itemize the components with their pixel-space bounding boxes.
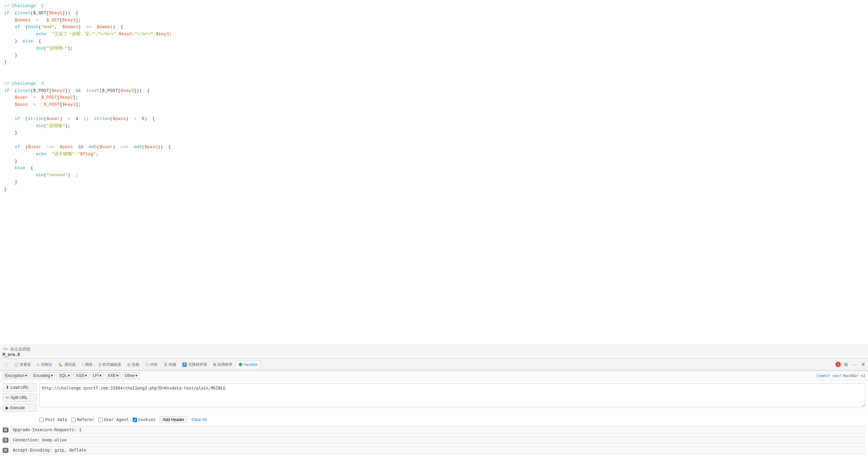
code-line: die("达咩哟~"); [4, 45, 864, 52]
lfi-dropdown[interactable]: LFI ▾ [91, 372, 104, 379]
header-badge-3: H [3, 448, 8, 453]
encoding-chevron-icon: ▾ [51, 373, 53, 378]
inspector-icon: ⬜ [14, 362, 18, 367]
user-agent-option[interactable]: User Agent [98, 417, 129, 422]
code-line: } [4, 179, 864, 186]
hackbar-version: HackBar v2 [843, 374, 865, 378]
load-url-button[interactable]: ⬆ Load URL [3, 383, 37, 392]
code-line: if (isset($_GET[$key1])) { [4, 10, 864, 17]
code-area: // Challenge 2 if (isset($_GET[$key1])) … [0, 0, 868, 345]
other-chevron-icon: ▾ [135, 373, 137, 378]
code-line: die("还得练"); [4, 123, 864, 130]
inspector-label: 查看器 [20, 362, 31, 367]
encryption-chevron-icon: ▾ [25, 373, 27, 378]
user-agent-checkbox[interactable] [98, 418, 103, 422]
post-data-checkbox[interactable] [39, 418, 44, 422]
hackbar-content: ⬆ Load URL ✂ Split URL ▶ Execute [0, 381, 868, 415]
devtools-tab-hackbar[interactable]: HackBar [236, 361, 261, 368]
post-data-label: Post data [45, 417, 67, 422]
devtools-tab-storage[interactable]: ☰ 存储 [161, 361, 179, 368]
hackbar-left-buttons: ⬆ Load URL ✂ Split URL ▶ Execute [3, 383, 37, 412]
devtools-tab-memory[interactable]: ⬡ 内存 [143, 361, 160, 368]
devtools-right: 1 ⧉ ··· ✕ [835, 361, 867, 368]
devtools-tab-accessibility[interactable]: ♿ 无障碍环境 [179, 361, 210, 368]
lfi-label: LFI [93, 373, 99, 378]
code-line: } [4, 158, 864, 165]
application-icon: ⊞ [213, 362, 216, 367]
devtools-dock-btn[interactable]: ⬚ [1, 361, 10, 368]
performance-icon: ◎ [127, 362, 131, 367]
status-line2: M_ore.8 [3, 352, 865, 357]
post-data-option[interactable]: Post data [39, 417, 67, 422]
devtools-tab-performance[interactable]: ◎ 性能 [124, 361, 142, 368]
headers-list: H H H [0, 424, 868, 459]
execute-button[interactable]: ▶ Execute [3, 404, 37, 412]
code-line: $pass = $_POST[$key3]; [4, 101, 864, 108]
style-icon: {} [99, 362, 101, 366]
header-row-2: H [3, 436, 865, 444]
sql-dropdown[interactable]: SQL ▾ [57, 372, 72, 379]
url-input[interactable] [39, 383, 865, 407]
execute-label: Execute [10, 405, 25, 410]
hackbar-label: HackBar [244, 362, 258, 366]
referer-option[interactable]: Referer [71, 417, 94, 422]
encryption-dropdown[interactable]: Encryption ▾ [3, 372, 30, 379]
referer-label: Referer [77, 417, 94, 422]
load-url-icon: ⬆ [6, 385, 9, 390]
devtools-tab-style[interactable]: {} 样式编辑器 [96, 361, 124, 368]
code-line: } [4, 52, 864, 59]
header-input-1[interactable] [10, 426, 865, 434]
referer-checkbox[interactable] [71, 418, 76, 422]
url-area [39, 383, 865, 412]
devtools-more-btn[interactable]: ··· [851, 361, 858, 368]
devtools-tab-debugger[interactable]: 🐛 调试器 [56, 361, 78, 368]
memory-icon: ⬡ [146, 362, 149, 367]
code-line: if (isset($_POST[$key2]) && isset($_POST… [4, 87, 864, 95]
code-line: if (strlen($user) > 4 || strlen($pass) >… [4, 116, 864, 123]
code-line: echo "又近了一步呢，宝~"."</br>".$key2."</br>".$… [4, 31, 864, 38]
console-label: 控制台 [41, 362, 52, 367]
storage-label: 存储 [169, 362, 176, 367]
code-line [4, 73, 864, 80]
devtools-tab-application[interactable]: ⊞ 应用程序 [210, 361, 235, 368]
hackbar-dot-icon [239, 363, 242, 366]
devtools-bar: ⬚ ⬜ 查看器 ▷ 控制台 🐛 调试器 ↕ 网络 {} 样式编辑器 ◎ 性能 ⬡… [0, 358, 868, 371]
code-line: if ($user !== $pass && md5($user) === md… [4, 144, 864, 151]
other-label: Other [124, 373, 135, 378]
console-icon: ▷ [37, 362, 40, 367]
devtools-tab-network[interactable]: ↕ 网络 [79, 361, 95, 368]
other-dropdown[interactable]: Other ▾ [122, 372, 140, 379]
split-url-button[interactable]: ✂ Split URL [3, 394, 37, 402]
encoding-dropdown[interactable]: Encoding ▾ [31, 372, 55, 379]
xss-dropdown[interactable]: XSS ▾ [74, 372, 89, 379]
sql-chevron-icon: ▾ [68, 373, 70, 378]
split-url-icon: ✂ [6, 395, 9, 400]
clear-all-button[interactable]: Clear All [191, 417, 207, 422]
network-icon: ↕ [82, 362, 84, 366]
header-input-3[interactable] [10, 446, 865, 454]
code-line: // Challenge 2 [4, 3, 864, 10]
header-row-3: H [3, 446, 865, 454]
code-line: if (hash("md4", $damei) == $damei) { [4, 24, 864, 31]
lfi-chevron-icon: ▾ [99, 373, 101, 378]
xss-chevron-icon: ▾ [85, 373, 87, 378]
cookies-checkbox[interactable] [133, 418, 137, 422]
code-line: } else { [4, 38, 864, 45]
add-header-button[interactable]: Add Header [159, 416, 187, 423]
error-badge: 1 [835, 362, 841, 367]
code-line: echo "还不错哦"."$flag"; [4, 151, 864, 158]
debugger-label: 调试器 [64, 362, 76, 367]
split-url-label: Split URL [11, 395, 28, 400]
memory-label: 内存 [150, 362, 158, 367]
devtools-tab-inspector[interactable]: ⬜ 查看器 [11, 361, 34, 368]
accessibility-label: 无障碍环境 [188, 362, 207, 367]
devtools-tab-console[interactable]: ▷ 控制台 [34, 361, 55, 368]
header-badge-2: H [3, 438, 8, 443]
devtools-close-btn[interactable]: ✕ [860, 361, 867, 368]
cookies-option[interactable]: Cookies [133, 417, 156, 422]
debugger-icon: 🐛 [58, 362, 63, 367]
xxe-dropdown[interactable]: XXE ▾ [105, 372, 121, 379]
header-input-2[interactable] [10, 436, 865, 444]
devtools-copy-btn[interactable]: ⧉ [843, 361, 849, 368]
commit-now-link[interactable]: Commit now! [817, 374, 842, 378]
